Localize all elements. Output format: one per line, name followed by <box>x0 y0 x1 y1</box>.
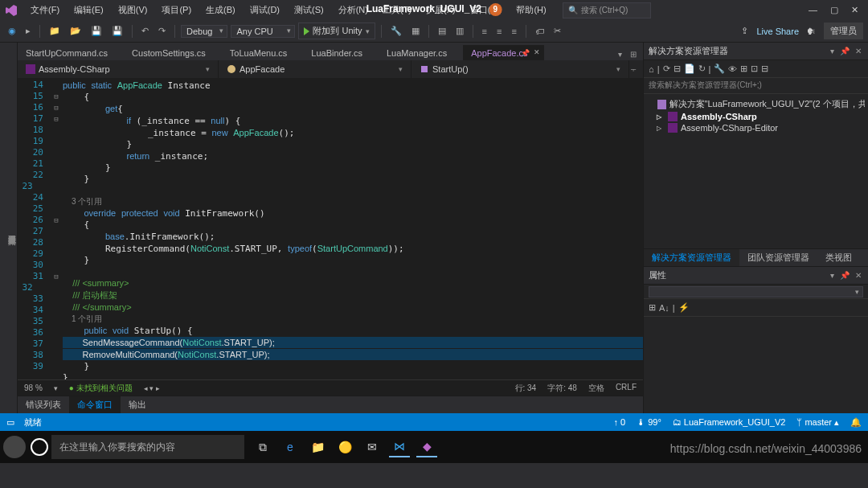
redo-button[interactable]: ↷ <box>155 24 169 38</box>
edge-icon[interactable]: e <box>280 437 301 457</box>
project-row-1[interactable]: ▷ Assembly-CSharp-Editor <box>647 122 865 133</box>
explorer-icon[interactable]: 📁 <box>307 437 328 457</box>
toolbar-icon-8[interactable]: 🏷 <box>532 25 547 38</box>
tab-StartUpCommand.cs[interactable]: StartUpCommand.cs <box>18 46 124 60</box>
solution-tree[interactable]: 解决方案"LuaFramework_UGUI_V2"(2 个项目，共 2 个) … <box>644 94 868 248</box>
vs-icon[interactable]: ◆ <box>416 437 437 457</box>
sort-icon[interactable]: A↓ <box>659 303 669 313</box>
branch-indicator[interactable]: ᛘ master ▴ <box>796 417 839 428</box>
props-close-icon[interactable]: ✕ <box>854 270 863 281</box>
crumb-method[interactable]: StartUp() ▾ <box>411 60 629 78</box>
toolbar-icon-9[interactable]: ✂ <box>551 24 564 38</box>
crumb-class[interactable]: AppFacade ▾ <box>219 60 411 78</box>
solution-explorer-icon[interactable]: ⊞ <box>627 48 640 60</box>
events-icon[interactable]: ⚡ <box>678 302 690 313</box>
tab-LuaBinder.cs[interactable]: LuaBinder.cs <box>303 46 379 60</box>
tool-icon-b[interactable]: ⊡ <box>751 64 758 74</box>
menu-项目(P)[interactable]: 项目(P) <box>155 2 198 18</box>
tool-icon-a[interactable]: ⊞ <box>740 64 747 74</box>
toolbar-icon-7[interactable]: ≡ <box>508 25 519 38</box>
pending-changes[interactable]: ↑ 0 <box>614 417 626 427</box>
toolbar-icon-3[interactable]: ▤ <box>435 24 449 38</box>
split-icon[interactable]: ⫟ <box>629 64 643 74</box>
props-pin-icon[interactable]: 📌 <box>838 270 851 281</box>
maximize-button[interactable]: ▢ <box>830 5 838 15</box>
close-button[interactable]: ✕ <box>851 5 858 15</box>
toolbar-icon-2[interactable]: ▦ <box>408 24 423 38</box>
refresh-icon[interactable]: ↻ <box>698 64 706 74</box>
task-view-icon[interactable]: ⧉ <box>252 437 273 457</box>
run-button[interactable]: 附加到 Unity ▾ <box>298 23 375 39</box>
nav-fwd-button[interactable]: ▸ <box>23 24 34 38</box>
panel-close-icon[interactable]: ✕ <box>854 46 863 56</box>
panel-tab-1[interactable]: 团队资源管理器 <box>739 249 817 266</box>
collapse-icon[interactable]: ⊟ <box>674 64 681 74</box>
solution-root[interactable]: 解决方案"LuaFramework_UGUI_V2"(2 个项目，共 2 个) <box>647 97 865 111</box>
props-icon[interactable]: 🔧 <box>714 64 725 74</box>
notif-badge[interactable]: 9 <box>489 3 502 16</box>
toolbar-icon-6[interactable]: ≡ <box>493 25 505 38</box>
props-dropdown-icon[interactable]: ▾ <box>829 270 836 281</box>
feedback-icon[interactable]: 🗣 <box>807 27 816 36</box>
preview-icon[interactable]: 👁 <box>728 64 737 74</box>
eol-mode[interactable]: CRLF <box>616 383 637 394</box>
project-row-0[interactable]: ▷ Assembly-CSharp <box>647 111 865 122</box>
crumb-scope[interactable]: Assembly-CSharp ▾ <box>18 60 219 78</box>
bottom-tab-1[interactable]: 命令窗口 <box>69 396 121 413</box>
menu-测试(S)[interactable]: 测试(S) <box>288 2 330 18</box>
solution-search[interactable]: 搜索解决方案资源管理器(Ctrl+;) <box>644 78 868 94</box>
sync-icon[interactable]: ⟳ <box>663 64 670 74</box>
live-share-button[interactable]: Live Share <box>756 27 799 36</box>
toolbar-icon-1[interactable]: 🔧 <box>387 24 405 38</box>
menu-文件(F)[interactable]: 文件(F) <box>24 2 66 18</box>
open-button[interactable]: 📂 <box>67 24 84 38</box>
save-button[interactable]: 💾 <box>88 24 105 38</box>
categorize-icon[interactable]: ⊞ <box>649 302 656 313</box>
panel-dropdown-icon[interactable]: ▾ <box>829 46 836 56</box>
menu-视图(V)[interactable]: 视图(V) <box>112 2 154 18</box>
cortana-icon[interactable] <box>31 438 48 456</box>
panel-pin-icon[interactable]: 📌 <box>838 46 851 56</box>
tab-LuaManager.cs[interactable]: LuaManager.cs <box>379 46 463 60</box>
zoom-level[interactable]: 98 % <box>24 383 43 392</box>
panel-tab-2[interactable]: 类视图 <box>817 249 860 266</box>
code-editor[interactable]: 14 15 16 17 18 19 20 21 22 23 24 25 26 2… <box>18 78 643 379</box>
new-project-button[interactable]: 📁 <box>46 24 63 38</box>
menu-生成(B)[interactable]: 生成(B) <box>199 2 242 18</box>
config-dropdown[interactable]: Debug <box>181 25 227 38</box>
menu-帮助(H)[interactable]: 帮助(H) <box>510 2 552 18</box>
nav-arrows[interactable]: ◂ ▾ ▸ <box>144 384 160 392</box>
tab-ToLuaMenu.cs[interactable]: ToLuaMenu.cs <box>222 46 304 60</box>
global-search[interactable]: 🔍 搜索 (Ctrl+Q) <box>563 2 651 18</box>
props-object-dropdown[interactable] <box>649 286 863 297</box>
project-indicator[interactable]: 🗂 LuaFramework_UGUI_V2 <box>673 417 786 427</box>
minimize-button[interactable]: — <box>809 5 817 15</box>
ins-mode[interactable]: 空格 <box>588 383 604 394</box>
temp-indicator[interactable]: 🌡 99° <box>637 417 661 427</box>
tool-icon-c[interactable]: ⊟ <box>761 64 768 74</box>
toolbar-icon-5[interactable]: ≡ <box>479 25 490 38</box>
bottom-tab-2[interactable]: 输出 <box>121 396 154 413</box>
menu-编辑(E)[interactable]: 编辑(E) <box>68 2 110 18</box>
share-icon[interactable]: ⇪ <box>741 26 748 36</box>
save-all-button[interactable]: 💾 <box>108 24 126 38</box>
issues-indicator[interactable]: ● 未找到相关问题 <box>69 383 133 394</box>
mail-icon[interactable]: ✉ <box>362 437 383 457</box>
vscode-icon[interactable]: ⋈ <box>389 437 410 457</box>
windows-search[interactable]: 在这里输入你要搜索的内容 <box>51 435 244 459</box>
undo-button[interactable]: ↶ <box>138 24 152 38</box>
platform-dropdown[interactable]: Any CPU <box>231 25 295 38</box>
tab-AppFacade.cs[interactable]: AppFacade.cs📌✕ <box>463 45 543 60</box>
output-icon[interactable]: ▭ <box>6 417 14 428</box>
menu-调试(D)[interactable]: 调试(D) <box>244 2 286 18</box>
home-icon[interactable]: ⌂ <box>649 64 654 74</box>
panel-tab-0[interactable]: 解决方案资源管理器 <box>644 249 739 266</box>
bottom-tab-0[interactable]: 错误列表 <box>18 396 69 413</box>
user-avatar-icon[interactable] <box>3 436 26 458</box>
show-all-icon[interactable]: 📄 <box>684 64 695 74</box>
notif-icon[interactable]: 🔔 <box>850 417 862 428</box>
toolbar-icon-4[interactable]: ▥ <box>452 24 467 38</box>
left-sidebar[interactable]: 服务器资源管理器 工具箱 <box>0 43 18 413</box>
chrome-icon[interactable]: 🟡 <box>334 437 355 457</box>
tabs-dropdown-icon[interactable]: ▾ <box>615 48 625 60</box>
